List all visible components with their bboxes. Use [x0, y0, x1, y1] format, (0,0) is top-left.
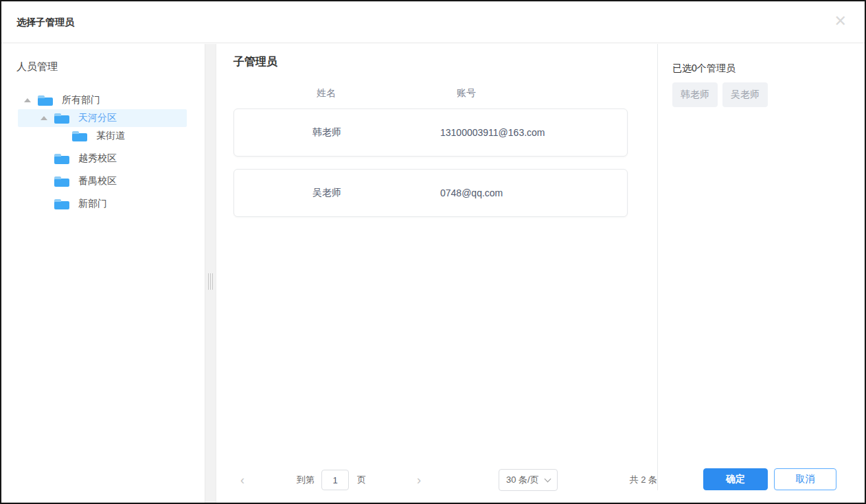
- selection-panel: 已选0个管理员 韩老师 吴老师: [658, 44, 865, 503]
- tree-node-label: 某街道: [96, 130, 125, 142]
- pagination-bar: ‹ 到第 页 › 30 条/页 共 2 条: [233, 469, 657, 491]
- page-size-value: 30 条/页: [506, 474, 539, 486]
- table-row[interactable]: 韩老师 13100003911@163.com: [233, 108, 628, 157]
- modal-header: 选择子管理员 ✕: [1, 1, 865, 43]
- tree-caret-icon[interactable]: [41, 116, 54, 120]
- total-count: 共 2 条: [630, 469, 657, 491]
- tree-node-panyu[interactable]: 番禺校区: [18, 172, 187, 190]
- tree-node-label: 所有部门: [62, 94, 100, 106]
- splitter-grip-icon[interactable]: [208, 273, 214, 290]
- cell-account: 13100003911@163.com: [375, 127, 627, 138]
- cell-name: 吴老师: [279, 187, 375, 199]
- table-body: 韩老师 13100003911@163.com 吴老师 0748@qq.com: [233, 108, 657, 217]
- cell-account: 0748@qq.com: [375, 187, 627, 198]
- folder-icon: [54, 201, 69, 209]
- column-header-name: 姓名: [278, 87, 374, 100]
- table-row[interactable]: 吴老师 0748@qq.com: [233, 169, 628, 217]
- selected-count-title: 已选0个管理员: [672, 62, 865, 75]
- selected-admin-tag[interactable]: 韩老师: [672, 82, 718, 107]
- confirm-button[interactable]: 确定: [703, 468, 768, 490]
- folder-icon: [54, 156, 69, 164]
- folder-icon: [54, 179, 69, 187]
- department-sidebar: 人员管理 所有部门 天河分区 某街道 越秀校区 番禺校区: [1, 44, 205, 503]
- prev-page-icon[interactable]: ‹: [240, 469, 244, 491]
- tree-caret-icon[interactable]: [24, 98, 38, 102]
- cancel-button[interactable]: 取消: [774, 468, 836, 490]
- sidebar-title: 人员管理: [1, 44, 205, 73]
- selected-admin-tag[interactable]: 吴老师: [722, 82, 768, 107]
- tree-node-label: 天河分区: [78, 112, 117, 124]
- goto-page-prefix: 到第: [297, 469, 315, 491]
- column-header-account: 账号: [374, 87, 657, 100]
- tree-node-yuexiu[interactable]: 越秀校区: [18, 150, 187, 168]
- folder-icon: [54, 115, 69, 124]
- tree-node-label: 新部门: [78, 198, 107, 210]
- tree-node-label: 番禺校区: [78, 175, 117, 187]
- folder-icon: [38, 98, 53, 106]
- header-checkbox-spacer: [244, 87, 278, 100]
- main-title: 子管理员: [233, 55, 657, 69]
- goto-page-suffix: 页: [357, 469, 366, 491]
- tree-node-new-department[interactable]: 新部门: [18, 195, 187, 213]
- cell-name: 韩老师: [279, 126, 375, 139]
- tree-node-label: 越秀校区: [78, 152, 117, 165]
- tree-node-all-departments[interactable]: 所有部门: [18, 91, 187, 109]
- chevron-down-icon: [545, 475, 551, 482]
- tree-node-street[interactable]: 某街道: [18, 127, 187, 145]
- page-size-select[interactable]: 30 条/页: [499, 469, 558, 491]
- footer-actions: 确定 取消: [703, 468, 836, 490]
- table-header: 姓名 账号: [233, 87, 657, 100]
- main-panel: 子管理员 姓名 账号 韩老师 13100003911@163.com 吴老师 0…: [216, 44, 657, 503]
- folder-icon: [72, 133, 87, 141]
- page-number-input[interactable]: [321, 470, 349, 490]
- tree-node-tianhe[interactable]: 天河分区: [18, 109, 187, 127]
- department-tree: 所有部门 天河分区 某街道 越秀校区 番禺校区 新部门: [1, 91, 205, 213]
- next-page-icon[interactable]: ›: [417, 469, 421, 491]
- close-icon[interactable]: ✕: [834, 14, 847, 29]
- modal-title: 选择子管理员: [16, 1, 74, 43]
- panel-splitter[interactable]: [205, 44, 216, 503]
- selected-tags: 韩老师 吴老师: [672, 82, 865, 107]
